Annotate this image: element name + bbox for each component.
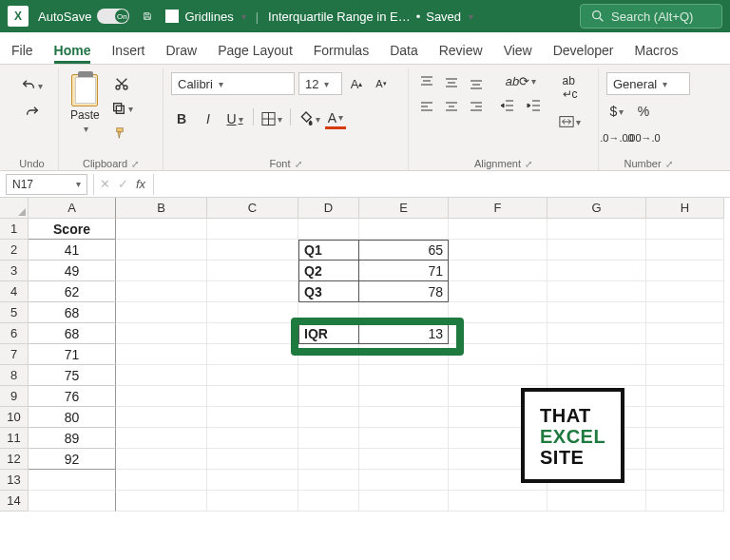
cell-C2[interactable] [207, 240, 298, 261]
currency-button[interactable]: $▾ [606, 101, 627, 122]
row-header-8[interactable]: 8 [0, 365, 29, 386]
cell-D6[interactable]: IQR [298, 323, 359, 344]
dialog-launcher-icon[interactable]: ⤢ [131, 159, 139, 169]
cell-E8[interactable] [359, 365, 449, 386]
row-header-13[interactable]: 13 [0, 470, 29, 491]
col-header-F[interactable]: F [449, 198, 548, 219]
cell-H5[interactable] [646, 302, 724, 323]
cell-D3[interactable]: Q2 [298, 261, 359, 281]
cell-F14[interactable] [449, 491, 548, 512]
cell-C3[interactable] [207, 261, 298, 281]
enter-formula-icon[interactable]: ✓ [118, 177, 128, 191]
cell-C8[interactable] [207, 365, 298, 386]
row-header-12[interactable]: 12 [0, 449, 29, 470]
cell-H9[interactable] [646, 386, 724, 407]
row-header-7[interactable]: 7 [0, 344, 29, 365]
cell-E9[interactable] [359, 386, 449, 407]
row-header-3[interactable]: 3 [0, 261, 29, 281]
cell-G8[interactable] [548, 365, 646, 386]
cell-C10[interactable] [207, 407, 298, 428]
cell-G7[interactable] [548, 344, 646, 365]
cell-H7[interactable] [646, 344, 724, 365]
cell-C14[interactable] [207, 491, 298, 512]
tab-home[interactable]: Home [54, 43, 91, 64]
row-header-11[interactable]: 11 [0, 428, 29, 449]
row-header-4[interactable]: 4 [0, 281, 29, 302]
worksheet[interactable]: A B C D E F G H 1Score241Q165349Q271462Q… [0, 198, 730, 560]
cell-G14[interactable] [548, 491, 646, 512]
col-header-E[interactable]: E [359, 198, 449, 219]
cell-B13[interactable] [116, 470, 207, 491]
decrease-font-button[interactable]: A▾ [371, 73, 392, 94]
row-header-5[interactable]: 5 [0, 302, 29, 323]
cell-E2[interactable]: 65 [359, 240, 449, 261]
cell-A13[interactable] [29, 470, 116, 491]
cell-B7[interactable] [116, 344, 207, 365]
cell-D14[interactable] [298, 491, 359, 512]
cell-G4[interactable] [548, 281, 646, 302]
cell-D12[interactable] [298, 449, 359, 470]
cell-H11[interactable] [646, 428, 724, 449]
font-color-button[interactable]: A▾ [325, 108, 346, 129]
fx-button[interactable]: fx [136, 177, 145, 191]
cell-D10[interactable] [298, 407, 359, 428]
cell-E1[interactable] [359, 219, 449, 240]
cell-G6[interactable] [548, 323, 646, 344]
cell-G1[interactable] [548, 219, 646, 240]
cell-E11[interactable] [359, 428, 449, 449]
cell-C12[interactable] [207, 449, 298, 470]
font-size-combo[interactable]: 12▾ [298, 72, 342, 95]
cell-A3[interactable]: 49 [29, 261, 116, 281]
cell-H6[interactable] [646, 323, 724, 344]
tab-formulas[interactable]: Formulas [314, 43, 369, 64]
cell-C7[interactable] [207, 344, 298, 365]
cell-E12[interactable] [359, 449, 449, 470]
cancel-formula-icon[interactable]: ✕ [100, 177, 110, 191]
redo-button[interactable] [21, 103, 44, 122]
cell-H3[interactable] [646, 261, 724, 281]
cell-D8[interactable] [298, 365, 359, 386]
align-center-button[interactable] [441, 97, 462, 118]
cell-C11[interactable] [207, 428, 298, 449]
cell-C9[interactable] [207, 386, 298, 407]
tab-page-layout[interactable]: Page Layout [218, 43, 293, 64]
save-icon[interactable] [139, 8, 156, 25]
cell-B5[interactable] [116, 302, 207, 323]
cell-H14[interactable] [646, 491, 724, 512]
format-painter-button[interactable] [107, 124, 137, 143]
col-header-G[interactable]: G [548, 198, 646, 219]
merge-center-button[interactable]: ▾ [555, 112, 585, 131]
align-left-button[interactable] [416, 97, 437, 118]
cell-B14[interactable] [116, 491, 207, 512]
copy-button[interactable]: ▾ [107, 99, 137, 118]
bold-button[interactable]: B [171, 108, 192, 129]
row-header-9[interactable]: 9 [0, 386, 29, 407]
decrease-decimal-button[interactable]: .00→.0 [633, 127, 654, 148]
dialog-launcher-icon[interactable]: ⤢ [665, 159, 673, 169]
cell-H1[interactable] [646, 219, 724, 240]
number-format-combo[interactable]: General▾ [606, 72, 690, 95]
formula-input[interactable] [153, 174, 730, 195]
cell-E13[interactable] [359, 470, 449, 491]
cell-B11[interactable] [116, 428, 207, 449]
select-all-corner[interactable] [0, 198, 29, 219]
increase-decimal-button[interactable]: .0→.00 [606, 127, 627, 148]
cell-B6[interactable] [116, 323, 207, 344]
cell-F4[interactable] [449, 281, 548, 302]
cell-D7[interactable] [298, 344, 359, 365]
cell-E14[interactable] [359, 491, 449, 512]
percent-button[interactable]: % [633, 101, 654, 122]
row-header-6[interactable]: 6 [0, 323, 29, 344]
cell-D13[interactable] [298, 470, 359, 491]
tab-insert[interactable]: Insert [111, 43, 144, 64]
cell-H2[interactable] [646, 240, 724, 261]
align-right-button[interactable] [466, 97, 487, 118]
cell-A4[interactable]: 62 [29, 281, 116, 302]
cell-E4[interactable]: 78 [359, 281, 449, 302]
tab-view[interactable]: View [504, 43, 532, 64]
decrease-indent-button[interactable] [496, 96, 519, 115]
cell-D2[interactable]: Q1 [298, 240, 359, 261]
dialog-launcher-icon[interactable]: ⤢ [525, 159, 532, 169]
cell-A2[interactable]: 41 [29, 240, 116, 261]
cell-A8[interactable]: 75 [29, 365, 116, 386]
